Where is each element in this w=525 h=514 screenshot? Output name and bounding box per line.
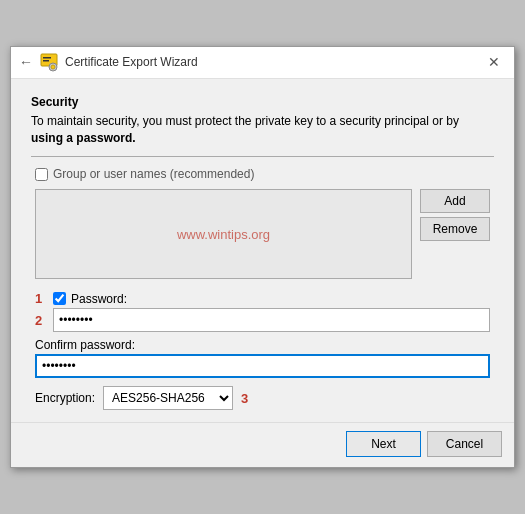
back-button[interactable]: ← — [19, 54, 33, 70]
remove-button[interactable]: Remove — [420, 217, 490, 241]
step3-number: 3 — [241, 391, 255, 406]
step2-number: 2 — [35, 313, 49, 328]
close-button[interactable]: ✕ — [482, 50, 506, 74]
user-area-wrapper: www.wintips.org Add Remove — [35, 189, 490, 279]
footer: Next Cancel — [11, 422, 514, 467]
next-button[interactable]: Next — [346, 431, 421, 457]
password-input[interactable] — [53, 308, 490, 332]
password-input-row: 2 — [35, 308, 490, 332]
group-checkbox-row: Group or user names (recommended) — [31, 167, 494, 181]
password-checkbox-row: Password: — [53, 292, 127, 306]
confirm-label: Confirm password: — [35, 338, 490, 352]
password-row-label: 1 Password: — [35, 291, 490, 306]
svg-rect-1 — [43, 57, 51, 59]
group-checkbox[interactable] — [35, 168, 48, 181]
certificate-export-wizard-window: ← Certificate Export Wizard ✕ Security T… — [10, 46, 515, 469]
svg-rect-2 — [43, 60, 49, 62]
watermark: www.wintips.org — [36, 190, 411, 278]
user-list: www.wintips.org — [35, 189, 412, 279]
step1-number: 1 — [35, 291, 49, 306]
group-checkbox-label: Group or user names (recommended) — [53, 167, 254, 181]
main-content: Security To maintain security, you must … — [11, 79, 514, 423]
encryption-select[interactable]: AES256-SHA256 TripleDES-SHA1 — [103, 386, 233, 410]
password-checkbox[interactable] — [53, 292, 66, 305]
add-button[interactable]: Add — [420, 189, 490, 213]
side-buttons: Add Remove — [420, 189, 490, 241]
svg-point-4 — [51, 65, 55, 69]
confirm-password-input[interactable] — [35, 354, 490, 378]
form-section: 1 Password: 2 Confirm password: Encrypti… — [31, 291, 494, 410]
password-label: Password: — [71, 292, 127, 306]
title-bar-left: ← Certificate Export Wizard — [19, 52, 198, 72]
section-title: Security — [31, 95, 494, 109]
encryption-row: Encryption: AES256-SHA256 TripleDES-SHA1… — [35, 386, 490, 410]
section-description: To maintain security, you must protect t… — [31, 113, 494, 147]
window-title: Certificate Export Wizard — [65, 55, 198, 69]
title-bar: ← Certificate Export Wizard ✕ — [11, 47, 514, 79]
separator — [31, 156, 494, 157]
encryption-label: Encryption: — [35, 391, 95, 405]
confirm-password-group: Confirm password: — [35, 338, 490, 378]
cancel-button[interactable]: Cancel — [427, 431, 502, 457]
certificate-icon — [39, 52, 59, 72]
